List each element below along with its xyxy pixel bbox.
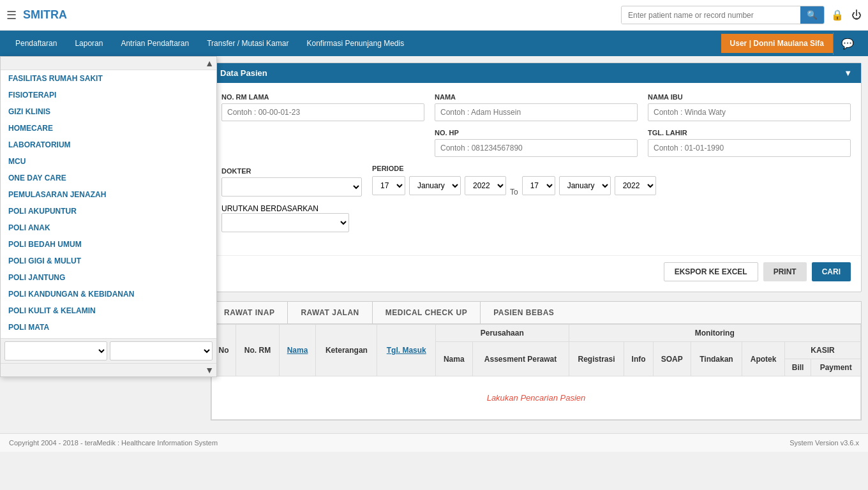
dropdown-item-2[interactable]: GIZI KLINIS [1,103,216,120]
form-row-3: DOKTER PERIODE 17 January [221,165,851,197]
input-no-hp[interactable] [435,139,638,157]
th-kasir: KASIR [784,342,860,359]
user-label[interactable]: User | Donni Maulana Sifa [721,34,833,53]
dropdown-item-9[interactable]: POLI ANAK [1,219,216,236]
header-icons: 🔒 ⏻ [831,9,862,21]
label-nama: NAMA [435,93,638,101]
scroll-up-button[interactable]: ▲ [1,57,216,70]
nav-item-transfer[interactable]: Transfer / Mutasi Kamar [198,33,297,54]
dropdown-item-5[interactable]: MCU [1,153,216,170]
th-apotek: Apotek [742,342,785,376]
lock-icon[interactable]: 🔒 [831,9,844,21]
form-group-urutkan: URUTKAN BERDASARKAN [221,204,349,232]
select-dokter[interactable] [221,177,362,197]
select-periode-year-from[interactable]: 2022 [465,176,506,195]
th-nama-link[interactable]: Nama [287,346,308,355]
tab-pasien-bebas[interactable]: PASIEN BEBAS [481,302,567,323]
label-urutkan: URUTKAN BERDASARKAN [221,204,349,213]
label-tgl-lahir: TGL. LAHIR [648,129,851,137]
select-periode-month-from[interactable]: January [409,176,461,195]
dropdown-item-0[interactable]: FASILITAS RUMAH SAKIT [1,70,216,87]
search-button[interactable]: 🔍 [800,6,824,24]
dropdown-select-2[interactable] [110,341,213,360]
th-perusahaan: Perusahaan [436,325,569,342]
label-dokter: DOKTER [221,167,362,175]
nav-item-konfirmasi[interactable]: Konfirmasi Penunjang Medis [297,33,413,54]
th-tgl-masuk: Tgl. Masuk [377,325,436,376]
th-monitoring: Monitoring [569,325,860,342]
navbar: Pendaftaran Laporan Antrian Pendaftaran … [0,31,868,56]
table-container: No No. RM Nama Keterangan Tgl. Masuk Per… [211,324,862,420]
footer-copyright: Copyright 2004 - 2018 - teraMedik : Heal… [9,439,218,447]
select-periode-month-to[interactable]: January [559,176,611,195]
tab-rawat-jalan[interactable]: RAWAT JALAN [288,302,372,323]
nav-item-antrian[interactable]: Antrian Pendaftaran [112,33,198,54]
dropdown-item-12[interactable]: POLI JANTUNG [1,269,216,286]
select-urutkan[interactable] [221,213,349,232]
label-periode: PERIODE [372,165,851,172]
dropdown-item-14[interactable]: POLI KULIT & KELAMIN [1,302,216,319]
th-keterangan: Keterangan [316,325,377,376]
dropdown-item-11[interactable]: POLI GIGI & MULUT [1,253,216,269]
label-no-hp: NO. HP [435,129,638,137]
select-periode-day-from[interactable]: 17 [372,176,405,195]
form-group-dokter: DOKTER [221,167,362,197]
power-icon[interactable]: ⏻ [851,10,862,21]
select-periode-day-to[interactable]: 17 [522,176,555,195]
tab-rawat-inap[interactable]: RAWAT INAP [211,302,288,323]
scroll-down-button[interactable]: ▼ [1,363,216,376]
dropdown-item-7[interactable]: PEMULASARAN JENAZAH [1,186,216,203]
input-tgl-lahir[interactable] [648,139,851,157]
tab-medical-check-up[interactable]: MEDICAL CHECK UP [373,302,481,323]
dropdown-list: FASILITAS RUMAH SAKIT FISIOTERAPI GIZI K… [1,70,216,338]
input-nama-ibu[interactable] [648,103,851,121]
select-periode-year-to[interactable]: 2022 [615,176,656,195]
dropdown-item-10[interactable]: POLI BEDAH UMUM [1,236,216,253]
search-input[interactable] [622,7,800,24]
dropdown-item-3[interactable]: HOMECARE [1,120,216,137]
th-tindakan: Tindakan [691,342,742,376]
ekspor-button[interactable]: EKSPOR KE EXCEL [664,262,758,281]
th-perusahaan-nama: Nama [436,342,473,376]
collapse-icon[interactable]: ▼ [844,68,852,78]
form-card: Data Pasien ▼ NO. RM LAMA NAMA NAMA IBU [211,63,862,292]
th-tgl-masuk-link[interactable]: Tgl. Masuk [387,346,426,355]
form-row-2: NO. HP TGL. LAHIR [221,129,851,157]
empty-message: Lakukan Pencarian Pasien [217,380,855,415]
dropdown-item-15[interactable]: POLI MATA [1,319,216,336]
form-row-urutkan: URUTKAN BERDASARKAN [221,204,851,232]
form-row-1: NO. RM LAMA NAMA NAMA IBU [221,93,851,121]
th-no-rm: No. RM [236,325,280,376]
th-info: Info [624,342,653,376]
print-button[interactable]: PRINT [763,262,807,281]
dropdown-select-1[interactable] [4,341,107,360]
input-nama[interactable] [435,103,638,121]
dropdown-item-13[interactable]: POLI KANDUNGAN & KEBIDANAN [1,286,216,302]
main-content: ▲ FASILITAS RUMAH SAKIT FISIOTERAPI GIZI… [0,56,868,427]
dropdown-item-6[interactable]: ONE DAY CARE [1,170,216,186]
dropdown-item-4[interactable]: LABORATORIUM [1,137,216,153]
app-logo: SMITRA [23,8,621,22]
dropdown-overlay: ▲ FASILITAS RUMAH SAKIT FISIOTERAPI GIZI… [0,56,217,377]
dropdown-item-8[interactable]: POLI AKUPUNTUR [1,203,216,219]
th-bill: Bill [784,359,811,376]
form-group-no-hp: NO. HP [435,129,638,157]
form-card-header: Data Pasien ▼ [211,63,861,83]
header: ☰ SMITRA 🔍 🔒 ⏻ [0,0,868,31]
input-no-rm-lama[interactable] [221,103,424,121]
to-label: To [510,175,518,197]
form-group-periode: PERIODE 17 January 2022 To 17 [372,165,851,197]
chat-icon[interactable]: 💬 [833,33,862,55]
dropdown-item-1[interactable]: FISIOTERAPI [1,87,216,103]
hamburger-icon[interactable]: ☰ [6,8,17,22]
nav-item-laporan[interactable]: Laporan [66,33,112,54]
empty-state: Lakukan Pencarian Pasien [212,376,861,420]
label-no-rm-lama: NO. RM LAMA [221,93,424,101]
cari-button[interactable]: CARI [812,262,851,281]
th-assesment-perawat: Assesment Perawat [472,342,569,376]
form-group-no-rm-lama: NO. RM LAMA [221,93,424,121]
label-nama-ibu: NAMA IBU [648,93,851,101]
nav-item-pendaftaran[interactable]: Pendaftaran [6,33,66,54]
data-table: No No. RM Nama Keterangan Tgl. Masuk Per… [211,324,861,420]
footer-version: System Version v3.6.x [789,439,859,447]
